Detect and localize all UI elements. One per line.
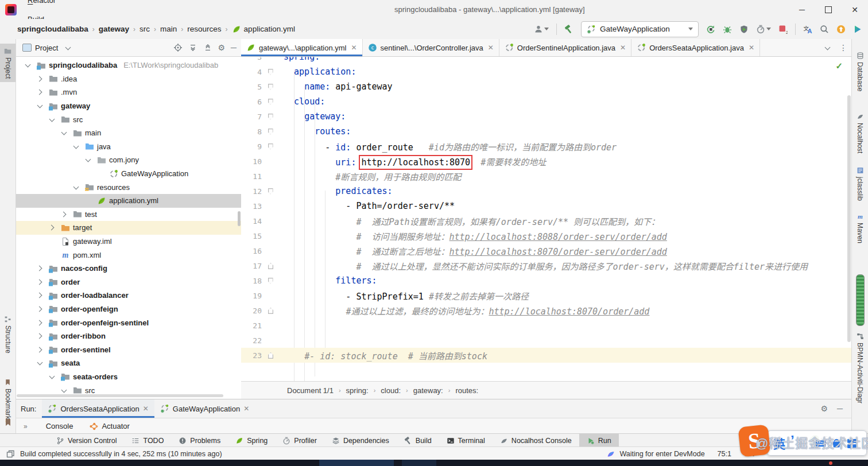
close-icon[interactable]: ✕ — [620, 44, 626, 52]
tree-item-order-sentinel[interactable]: order-sentinel — [16, 343, 241, 356]
collapse-dn-icon[interactable] — [188, 43, 197, 52]
chevron-right-icon[interactable] — [33, 307, 46, 311]
toolwindow-button-nocalhost-console[interactable]: Nocalhost Console — [493, 434, 579, 447]
maximize-button[interactable] — [815, 0, 842, 19]
fold-marker-icon[interactable] — [266, 129, 274, 135]
toolwindow-button-todo[interactable]: TODO — [124, 434, 171, 447]
minimize-button[interactable]: ─ — [789, 0, 815, 19]
tree-item-pom-xml[interactable]: mpom.xml — [16, 248, 241, 262]
tree-item--mvn[interactable]: .mvn — [16, 86, 241, 99]
toolwindow-button-problems[interactable]: Problems — [171, 434, 228, 447]
window-restore-icon[interactable] — [6, 449, 15, 459]
editor-tab-ordersentinelapplication-java[interactable]: OrderSentinelApplication.java✕ — [499, 39, 631, 56]
toolwindow-button-terminal[interactable]: Terminal — [439, 434, 493, 447]
tool-stripe-project[interactable]: Project — [0, 44, 16, 82]
toolwindow-button-version-control[interactable]: Version Control — [49, 434, 124, 447]
chevron-right-icon[interactable] — [33, 280, 46, 284]
chevron-right-icon[interactable] — [33, 77, 46, 81]
tree-horizontal-scrollbar[interactable] — [17, 394, 223, 397]
fold-marker-icon[interactable] — [266, 69, 274, 75]
chevron-down-icon[interactable] — [82, 158, 94, 161]
profiler-button[interactable] — [756, 25, 771, 34]
tab-options-kebab-icon[interactable]: ⋮ — [839, 43, 847, 52]
tree-item-src[interactable]: src — [16, 112, 241, 126]
tree-vertical-scrollbar[interactable] — [238, 211, 241, 226]
tab-list-chevron-icon[interactable] — [821, 46, 834, 49]
chevron-right-icon[interactable] — [33, 321, 46, 325]
editor-tab-ordersseataapplication-java[interactable]: OrdersSeataApplication.java✕ — [631, 39, 760, 56]
toolwindow-button-dependencies[interactable]: Dependencies — [324, 434, 397, 447]
fold-marker-icon[interactable] — [266, 188, 274, 195]
editor-tab-sentinel-ordercontroller-java[interactable]: csentinel\...\OrderController.java✕ — [363, 39, 499, 56]
close-icon[interactable]: ✕ — [243, 405, 249, 413]
tree-item-resources[interactable]: resources — [16, 180, 241, 194]
chevron-right-icon[interactable] — [57, 212, 70, 216]
breadcrumb-item[interactable]: application.yml — [232, 25, 295, 34]
chevron-right-icon[interactable] — [45, 226, 58, 230]
fold-marker-icon[interactable] — [266, 308, 274, 314]
chevron-down-icon[interactable] — [69, 145, 82, 148]
tree-item-java[interactable]: java — [16, 140, 241, 154]
fold-marker-icon[interactable] — [266, 114, 274, 120]
chevron-down-icon[interactable] — [57, 389, 70, 392]
chevron-down-icon[interactable] — [69, 186, 82, 189]
tree-item-gatewayapplication[interactable]: GateWayApplication — [16, 167, 241, 181]
yaml-breadcrumb-item[interactable]: gateway: — [413, 386, 443, 395]
overflow-chevrons-icon[interactable]: » — [16, 422, 36, 430]
run-configuration-select[interactable]: GateWayApplication — [581, 21, 699, 37]
tool-stripe-database[interactable]: Database — [852, 48, 868, 95]
toolwindow-button-spring[interactable]: Spring — [228, 434, 275, 447]
fold-marker-icon[interactable] — [266, 263, 274, 269]
fold-marker-icon[interactable] — [266, 99, 274, 105]
chevron-right-icon[interactable] — [33, 266, 46, 270]
run-view-console[interactable]: Console — [38, 418, 82, 434]
toolwindow-button-run[interactable]: Run — [579, 434, 619, 447]
run-settings-gear-icon[interactable]: ⚙ — [821, 404, 828, 413]
tree-item-seata-orders[interactable]: seata-orders — [16, 370, 241, 384]
search-everywhere-icon[interactable] — [820, 25, 829, 34]
chevron-right-icon[interactable] — [33, 334, 46, 338]
tool-stripe-bpmn-activiti-diagr[interactable]: BPMN-Activiti-Diagr — [852, 329, 868, 407]
chevron-down-icon[interactable] — [21, 64, 34, 67]
bookmark-icon[interactable] — [3, 418, 13, 427]
inspection-ok-icon[interactable]: ✓ — [835, 61, 843, 71]
breadcrumb-item[interactable]: main — [160, 25, 177, 33]
devmode-status[interactable]: Waiting for enter DevMode — [606, 449, 704, 459]
yaml-breadcrumb-item[interactable]: cloud: — [381, 386, 401, 395]
close-icon[interactable]: ✕ — [351, 44, 356, 52]
close-icon[interactable]: ✕ — [749, 44, 754, 52]
tree-item-target[interactable]: target — [16, 221, 241, 235]
run-view-actuator[interactable]: Actuator — [81, 418, 137, 434]
tree-item-order-openfeign-sentinel[interactable]: order-openfeign-sentinel — [16, 316, 241, 329]
run-tab-ordersseataapplication[interactable]: OrdersSeataApplication✕ — [42, 399, 154, 418]
breadcrumb-item[interactable]: springcloudalibaba — [17, 25, 88, 33]
tree-item-com-jony[interactable]: com.jony — [16, 153, 241, 167]
build-hammer-icon[interactable] — [564, 25, 574, 34]
tree-item-order-loadbalancer[interactable]: order-loadbalancer — [16, 289, 241, 302]
tree-item-seata[interactable]: seata — [16, 356, 241, 370]
toolwindow-button-build[interactable]: Build — [397, 434, 439, 447]
close-icon[interactable]: ✕ — [143, 405, 149, 413]
fold-marker-icon[interactable] — [266, 84, 274, 90]
tree-item--idea[interactable]: .idea — [16, 72, 241, 86]
fold-marker-icon[interactable] — [266, 278, 274, 284]
yaml-breadcrumb-item[interactable]: spring: — [346, 386, 369, 395]
tool-stripe-maven[interactable]: mMaven — [852, 209, 868, 247]
tool-stripe-structure[interactable]: Structure — [0, 312, 16, 357]
collapse-up-icon[interactable] — [203, 43, 212, 52]
tree-item-gateway[interactable]: gateway — [16, 99, 241, 113]
tool-stripe-jclasslib[interactable]: jclasslib — [852, 163, 868, 204]
caret-position[interactable]: 75:1 — [718, 450, 731, 458]
stop-icon[interactable]: 2 — [778, 25, 788, 34]
run-tab-gatewayapplication[interactable]: GateWayApplication✕ — [154, 399, 255, 418]
chevron-right-icon[interactable] — [33, 348, 46, 352]
fold-marker-icon[interactable] — [266, 143, 274, 150]
yaml-breadcrumb-item[interactable]: Document 1/1 — [287, 386, 334, 395]
chevron-down-icon[interactable] — [61, 46, 74, 49]
breadcrumb-item[interactable]: gateway — [99, 25, 129, 33]
gear-icon[interactable]: ⚙ — [218, 43, 226, 52]
editor-tab-gateway-application-yml[interactable]: gateway\...\application.yml✕ — [241, 39, 363, 56]
tree-item-nacos-config[interactable]: nacos-config — [16, 262, 241, 275]
tree-item-application-yml[interactable]: application.yml — [16, 194, 241, 208]
breadcrumb-item[interactable]: src — [140, 25, 150, 33]
